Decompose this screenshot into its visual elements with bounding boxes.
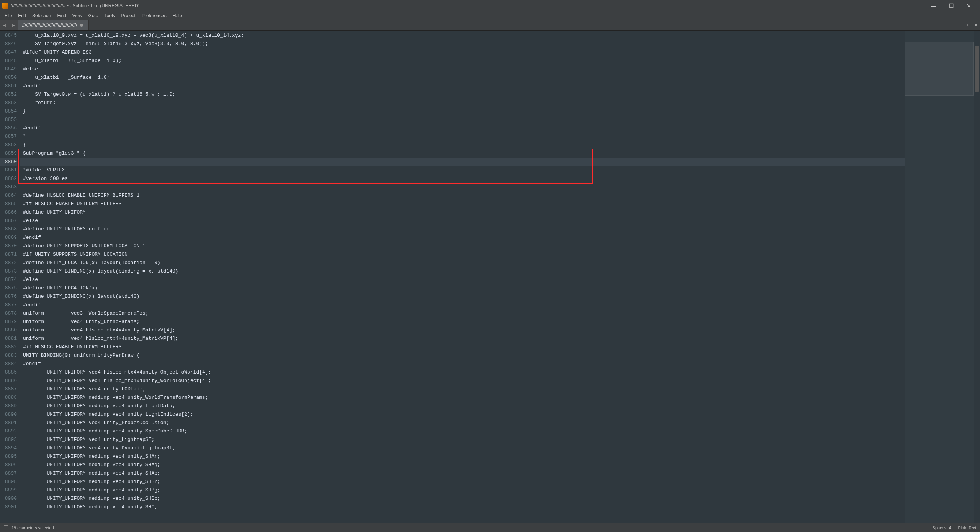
- code-line[interactable]: #define UNITY_LOCATION(x) layout(locatio…: [23, 259, 905, 267]
- code-line[interactable]: UNITY_UNIFORM mediump vec4 unity_LightIn…: [23, 410, 905, 419]
- code-line[interactable]: #ifdef UNITY_ADRENO_ES3: [23, 48, 905, 57]
- code-line[interactable]: #endif: [23, 301, 905, 309]
- code-line[interactable]: uniform vec4 unity_OrthoParams;: [23, 318, 905, 326]
- code-line[interactable]: #if HLSLCC_ENABLE_UNIFORM_BUFFERS: [23, 200, 905, 208]
- code-line[interactable]: uniform vec3 _WorldSpaceCameraPos;: [23, 309, 905, 318]
- code-line[interactable]: u_xlatb1 = _Surface==1.0;: [23, 73, 905, 82]
- close-button[interactable]: ✕: [960, 0, 978, 11]
- minimize-button[interactable]: —: [925, 0, 942, 11]
- code-line[interactable]: UNITY_UNIFORM mediump vec4 unity_SpecCub…: [23, 427, 905, 436]
- gutter: 8845884688478848884988508851885288538854…: [0, 31, 20, 523]
- status-bar: 19 characters selected Spaces: 4 Plain T…: [0, 523, 980, 532]
- code-line[interactable]: #define UNITY_UNIFORM: [23, 208, 905, 217]
- code-line[interactable]: return;: [23, 99, 905, 107]
- code-line[interactable]: UNITY_UNIFORM vec4 unity_DynamicLightmap…: [23, 444, 905, 452]
- window-controls: — ☐ ✕: [925, 0, 978, 11]
- code-line[interactable]: UNITY_UNIFORM vec4 unity_ProbesOcclusion…: [23, 419, 905, 427]
- tab-strip: ◄ ► ////////////////////////////////////…: [0, 20, 980, 31]
- code-line[interactable]: UNITY_UNIFORM mediump vec4 unity_SHBr;: [23, 478, 905, 486]
- code-line[interactable]: #else: [23, 217, 905, 225]
- scroll-thumb[interactable]: [975, 46, 979, 92]
- code-line[interactable]: UNITY_UNIFORM mediump vec4 unity_SHC;: [23, 503, 905, 511]
- code-line[interactable]: SV_Target0.xyz = min(u_xlat16_3.xyz, vec…: [23, 40, 905, 48]
- code-line[interactable]: SV_Target0.w = (u_xlatb1) ? u_xlat16_5.w…: [23, 90, 905, 99]
- status-spaces[interactable]: Spaces: 4: [933, 525, 951, 530]
- status-syntax[interactable]: Plain Text: [958, 525, 977, 530]
- editor[interactable]: 8845884688478848884988508851885288538854…: [0, 31, 980, 523]
- code-line[interactable]: UNITY_UNIFORM mediump vec4 unity_SHAb;: [23, 469, 905, 478]
- code-area[interactable]: u_xlat10_9.xyz = u_xlat10_19.xyz - vec3(…: [20, 31, 905, 523]
- code-line[interactable]: }: [23, 107, 905, 116]
- vertical-scrollbar[interactable]: [974, 31, 980, 523]
- panel-toggle-icon[interactable]: [4, 525, 8, 530]
- menu-tools[interactable]: Tools: [101, 12, 118, 19]
- nav-forward-button[interactable]: ►: [9, 20, 18, 30]
- code-line[interactable]: #if HLSLCC_ENABLE_UNIFORM_BUFFERS: [23, 343, 905, 351]
- code-line[interactable]: u_xlat10_9.xyz = u_xlat10_19.xyz - vec3(…: [23, 31, 905, 40]
- tab-menu-button[interactable]: ▾: [972, 22, 980, 28]
- menu-selection[interactable]: Selection: [29, 12, 54, 19]
- code-line[interactable]: UNITY_UNIFORM mediump vec4 unity_SHAg;: [23, 461, 905, 469]
- maximize-button[interactable]: ☐: [942, 0, 960, 11]
- menu-preferences[interactable]: Preferences: [139, 12, 170, 19]
- code-line[interactable]: ": [23, 132, 905, 141]
- code-line[interactable]: #version 300 es: [23, 175, 905, 183]
- code-line[interactable]: UNITY_UNIFORM vec4 hlslcc_mtx4x4unity_Wo…: [23, 377, 905, 385]
- code-line[interactable]: #else: [23, 65, 905, 73]
- code-line[interactable]: UNITY_UNIFORM vec4 unity_LODFade;: [23, 385, 905, 393]
- code-line[interactable]: UNITY_UNIFORM mediump vec4 unity_LightDa…: [23, 402, 905, 410]
- code-line[interactable]: uniform vec4 hlslcc_mtx4x4unity_MatrixV[…: [23, 326, 905, 335]
- code-line[interactable]: #define UNITY_UNIFORM uniform: [23, 225, 905, 233]
- code-line[interactable]: #define UNITY_LOCATION(x): [23, 284, 905, 292]
- code-line[interactable]: u_xlatb1 = !!(_Surface==1.0);: [23, 57, 905, 65]
- menu-view[interactable]: View: [69, 12, 85, 19]
- tab-file[interactable]: ////////////////////////////////////////…: [18, 20, 89, 30]
- menu-find[interactable]: Find: [54, 12, 69, 19]
- tab-add-button[interactable]: +: [963, 22, 972, 28]
- code-line[interactable]: UNITY_BINDING(0) uniform UnityPerDraw {: [23, 351, 905, 360]
- menu-goto[interactable]: Goto: [85, 12, 101, 19]
- code-line[interactable]: UNITY_UNIFORM vec4 hlslcc_mtx4x4unity_Ob…: [23, 368, 905, 377]
- code-line[interactable]: uniform vec4 hlslcc_mtx4x4unity_MatrixVP…: [23, 335, 905, 343]
- code-line[interactable]: #endif: [23, 360, 905, 368]
- title-bar: ////////////////////////////////////////…: [0, 0, 980, 11]
- code-line[interactable]: #endif: [23, 82, 905, 90]
- app-icon: [2, 3, 8, 9]
- menu-edit[interactable]: Edit: [15, 12, 29, 19]
- code-line[interactable]: SubProgram "gles3 " {: [23, 149, 905, 158]
- code-line[interactable]: "#ifdef VERTEX: [23, 166, 905, 175]
- code-line[interactable]: #define UNITY_BINDING(x) layout(std140): [23, 292, 905, 301]
- code-line[interactable]: #endif: [23, 124, 905, 132]
- code-line[interactable]: #define HLSLCC_ENABLE_UNIFORM_BUFFERS 1: [23, 191, 905, 200]
- code-line[interactable]: #define UNITY_BINDING(x) layout(binding …: [23, 267, 905, 276]
- code-line[interactable]: [23, 183, 905, 191]
- minimap-viewport[interactable]: [905, 42, 974, 96]
- code-line[interactable]: #endif: [23, 233, 905, 242]
- tab-label: ////////////////////////////////////////…: [22, 23, 77, 28]
- code-line[interactable]: UNITY_UNIFORM mediump vec4 unity_SHAr;: [23, 452, 905, 461]
- code-line[interactable]: #else: [23, 276, 905, 284]
- dirty-indicator-icon: [80, 24, 83, 27]
- menu-help[interactable]: Help: [170, 12, 185, 19]
- code-line[interactable]: UNITY_UNIFORM mediump vec4 unity_WorldTr…: [23, 393, 905, 402]
- menu-bar: File Edit Selection Find View Goto Tools…: [0, 11, 980, 20]
- code-line[interactable]: UNITY_UNIFORM mediump vec4 unity_SHBb;: [23, 494, 905, 503]
- code-line[interactable]: #define UNITY_SUPPORTS_UNIFORM_LOCATION …: [23, 242, 905, 250]
- menu-file[interactable]: File: [2, 12, 15, 19]
- status-selection: 19 characters selected: [11, 525, 54, 530]
- code-line[interactable]: [23, 116, 905, 124]
- code-line[interactable]: UNITY_UNIFORM vec4 unity_LightmapST;: [23, 436, 905, 444]
- code-line[interactable]: UNITY_UNIFORM mediump vec4 unity_SHBg;: [23, 486, 905, 494]
- window-title: ////////////////////////////////////////…: [11, 3, 140, 8]
- code-line[interactable]: }: [23, 141, 905, 149]
- menu-project[interactable]: Project: [118, 12, 139, 19]
- minimap[interactable]: ————————————————————————————————————————…: [905, 31, 974, 523]
- code-line[interactable]: #if UNITY_SUPPORTS_UNIFORM_LOCATION: [23, 250, 905, 259]
- nav-back-button[interactable]: ◄: [0, 20, 9, 30]
